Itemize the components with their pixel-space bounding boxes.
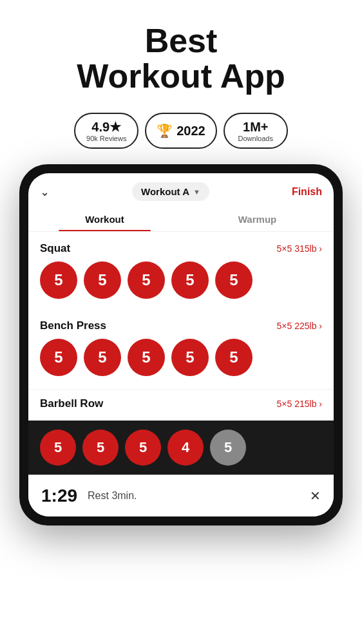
exercise-bench-sets: 5 5 5 5 5 xyxy=(40,339,322,376)
exercise-barbell-row: Barbell Row 5×5 215lb › xyxy=(28,389,334,421)
set-circle[interactable]: 5 xyxy=(84,261,121,299)
bottom-sets-bar: 5 5 5 4 5 xyxy=(28,421,334,475)
award-year: 2022 xyxy=(176,123,205,138)
set-circle[interactable]: 5 xyxy=(215,339,252,376)
exercise-squat: Squat 5×5 315lb › 5 5 5 5 5 xyxy=(28,234,334,312)
set-circle-active[interactable]: 5 xyxy=(82,430,119,466)
rest-timer-bar: 1:29 Rest 3min. ✕ xyxy=(28,475,334,516)
set-circle[interactable]: 5 xyxy=(84,339,121,376)
exercise-squat-header: Squat 5×5 315lb › xyxy=(40,242,322,255)
downloads-sub: Downloads xyxy=(238,135,273,142)
workout-selector-label: Workout A xyxy=(141,186,189,197)
exercise-squat-name: Squat xyxy=(40,242,70,255)
exercise-squat-info[interactable]: 5×5 315lb › xyxy=(277,243,322,254)
trophy-icon: 🏆 xyxy=(157,123,173,138)
header: Best Workout App xyxy=(64,0,298,106)
phone-frame: ⌄ Workout A ▼ Finish Workout Warmup xyxy=(19,164,343,526)
set-circle-active[interactable]: 5 xyxy=(40,430,76,466)
rest-label: Rest 3min. xyxy=(88,490,300,502)
phone-screen: ⌄ Workout A ▼ Finish Workout Warmup xyxy=(28,173,334,516)
set-circle[interactable]: 5 xyxy=(215,261,252,299)
set-circle-inactive[interactable]: 5 xyxy=(210,430,246,466)
set-circle-active[interactable]: 5 xyxy=(125,430,161,466)
tabs-bar: Workout Warmup xyxy=(28,207,334,232)
award-badge: 🏆 2022 xyxy=(145,113,217,149)
set-circle[interactable]: 5 xyxy=(128,261,165,299)
set-circle[interactable]: 5 xyxy=(171,261,209,299)
exercise-bench-press: Bench Press 5×5 225lb › 5 5 5 5 5 xyxy=(28,312,334,389)
badges-row: 4.9★ 90k Reviews 🏆 2022 1M+ Downloads xyxy=(61,106,301,164)
tab-warmup[interactable]: Warmup xyxy=(181,207,334,231)
tab-workout[interactable]: Workout xyxy=(28,207,181,231)
exercise-barbell-info[interactable]: 5×5 215lb › xyxy=(277,399,322,409)
finish-button[interactable]: Finish xyxy=(292,186,322,198)
rest-timer-value: 1:29 xyxy=(41,486,77,506)
rest-close-icon[interactable]: ✕ xyxy=(310,488,321,504)
exercise-bench-name: Bench Press xyxy=(40,319,106,332)
workout-selector[interactable]: Workout A ▼ xyxy=(132,182,209,201)
app-topbar: ⌄ Workout A ▼ Finish xyxy=(28,173,334,207)
set-circle[interactable]: 5 xyxy=(40,339,77,376)
chevron-down-icon[interactable]: ⌄ xyxy=(40,185,50,199)
set-circle[interactable]: 5 xyxy=(40,261,77,299)
set-circle[interactable]: 5 xyxy=(171,339,209,376)
exercise-barbell-header: Barbell Row 5×5 215lb › xyxy=(40,397,322,410)
phone-wrapper: ⌄ Workout A ▼ Finish Workout Warmup xyxy=(19,164,343,526)
exercise-bench-header: Bench Press 5×5 225lb › xyxy=(40,319,322,332)
selector-arrow-icon: ▼ xyxy=(193,188,200,196)
set-circle[interactable]: 5 xyxy=(128,339,165,376)
rating-value: 4.9★ xyxy=(91,119,121,135)
rating-badge: 4.9★ 90k Reviews xyxy=(74,113,138,149)
app-title: Best Workout App xyxy=(77,23,285,93)
rating-sub: 90k Reviews xyxy=(86,135,126,142)
downloads-value: 1M+ xyxy=(243,119,268,135)
downloads-badge: 1M+ Downloads xyxy=(224,113,288,149)
exercise-barbell-name: Barbell Row xyxy=(40,397,103,410)
exercise-squat-sets: 5 5 5 5 5 xyxy=(40,261,322,299)
exercise-bench-info[interactable]: 5×5 225lb › xyxy=(277,321,322,331)
set-circle-active[interactable]: 4 xyxy=(167,430,204,466)
